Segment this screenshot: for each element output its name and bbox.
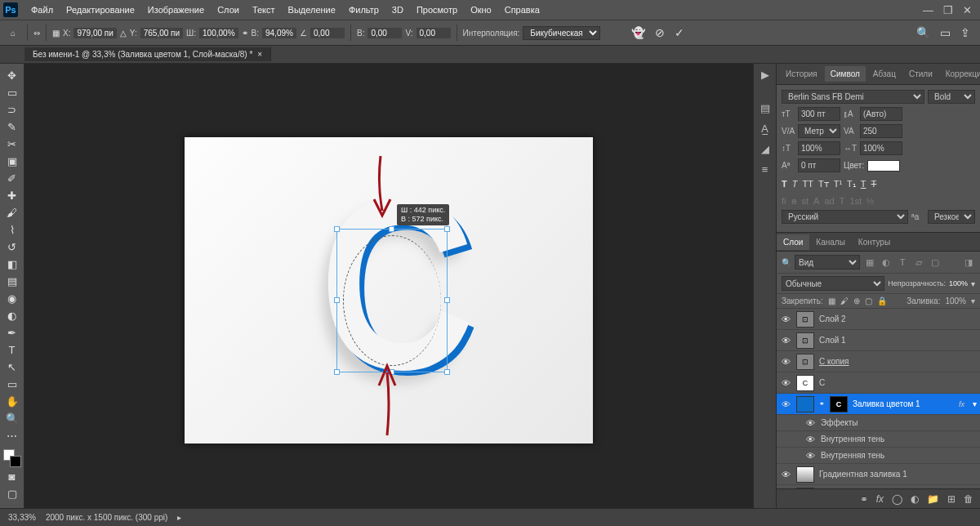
frame-icon[interactable]: ▭ [940,26,951,39]
tab-close-icon[interactable]: × [257,50,262,59]
menu-layers[interactable]: Слои [211,5,246,15]
canvas[interactable]: C C C Ш : 442 пикс. В : 572 пикс. [185,137,593,444]
layer-fill-thumb[interactable] [796,396,814,412]
glyphs-panel-icon[interactable]: A̲ [761,123,768,135]
link-layers-icon[interactable]: ⚭ [860,493,868,505]
healing-tool-icon[interactable]: ✚ [2,187,23,203]
baseline-input[interactable] [798,158,840,172]
transform-handle[interactable] [334,297,340,303]
blur-tool-icon[interactable]: ◉ [2,290,23,306]
skewh-value[interactable]: 0,00 [368,28,402,38]
hand-tool-icon[interactable]: ✋ [2,393,23,409]
lock-artboard-icon[interactable]: ▢ [865,296,872,305]
subscript-button[interactable]: T₁ [847,179,856,189]
layer-name[interactable]: С копия [819,357,977,366]
menu-3d[interactable]: 3D [385,5,410,15]
language-select[interactable]: Русский [782,210,908,224]
restore-icon[interactable]: ❐ [943,4,953,16]
visibility-icon[interactable]: 👁 [804,435,816,444]
zoom-tool-icon[interactable]: 🔍 [2,410,23,426]
angle-value[interactable]: 0,00 [310,28,345,38]
pen-tool-icon[interactable]: ✒ [2,324,23,341]
hscale-input[interactable] [860,141,902,155]
visibility-icon[interactable]: 👁 [780,336,791,345]
allcaps-button[interactable]: TT [802,179,813,189]
layer-thumb[interactable]: ⊡ [796,311,814,328]
expand-icon[interactable]: ▶ [761,69,769,81]
kerning-select[interactable]: Метрически [798,124,840,138]
transform-handle[interactable] [444,297,450,303]
filter-type-select[interactable]: Вид [795,255,860,270]
tracking-input[interactable] [860,124,902,138]
tab-channels[interactable]: Каналы [809,234,852,250]
eyedropper-tool-icon[interactable]: ✐ [2,170,23,186]
delete-layer-icon[interactable]: 🗑 [964,493,973,505]
effects-header[interactable]: 👁 Эффекты [777,415,980,431]
mask-icon[interactable]: ◯ [892,493,902,505]
delta-icon[interactable]: △ [120,29,127,38]
tab-paragraph[interactable]: Абзац [867,66,902,82]
filter-type-icon[interactable]: T [896,257,909,267]
menu-window[interactable]: Окно [464,5,498,15]
canvas-area[interactable]: C C C Ш : 442 пикс. В : 572 пикс. [24,64,753,508]
menu-text[interactable]: Текст [246,5,282,15]
tab-layers[interactable]: Слои [777,234,809,250]
brushes-panel-icon[interactable]: ◢ [761,143,769,155]
document-tab[interactable]: Без имени-1 @ 33,3% (Заливка цветом 1, С… [24,47,271,61]
layer-row[interactable]: 👁 C С [777,372,980,394]
layer-name[interactable]: С [819,378,977,387]
filter-toggle-icon[interactable]: ◨ [962,257,975,268]
skewv-value[interactable]: 0,00 [416,28,451,38]
superscript-button[interactable]: T¹ [834,179,842,189]
layer-row[interactable]: 👁 ⚭ C Заливка цветом 1 fx▾ [777,394,980,415]
visibility-icon[interactable]: 👁 [804,451,816,461]
layer-mask-thumb[interactable]: C [830,396,848,412]
background-swatch[interactable] [10,456,21,467]
screen-mode-icon[interactable]: ▢ [2,485,23,501]
filter-smart-icon[interactable]: ▢ [929,257,942,268]
tab-paths[interactable]: Контуры [852,234,897,250]
menu-view[interactable]: Просмотр [410,5,464,15]
font-size-input[interactable] [798,107,840,121]
tab-history[interactable]: История [780,66,823,82]
lasso-tool-icon[interactable]: ⊃ [2,101,23,118]
visibility-icon[interactable]: 👁 [804,418,816,428]
transform-icon[interactable]: ⇔ [33,29,40,38]
frame-tool-icon[interactable]: ▣ [2,153,23,169]
eraser-tool-icon[interactable]: ◧ [2,256,23,272]
tab-character[interactable]: Символ [825,66,866,82]
layer-name[interactable]: Слой 1 [819,336,977,345]
antialias-select[interactable]: Резкое [928,210,975,224]
filter-shape-icon[interactable]: ▱ [912,257,925,268]
cancel-transform-icon[interactable]: ⊘ [655,26,665,39]
layer-thumb[interactable]: ⊡ [796,332,814,349]
menu-select[interactable]: Выделение [282,5,342,15]
new-layer-icon[interactable]: ⊞ [947,493,956,505]
tab-adjustments[interactable]: Коррекция [940,66,980,82]
filter-adjust-icon[interactable]: ◐ [880,257,893,268]
share-icon[interactable]: ⇪ [960,26,970,39]
lock-paint-icon[interactable]: 🖌 [840,296,849,305]
minimize-icon[interactable]: — [923,4,933,16]
edit-toolbar-icon[interactable]: ⋯ [2,427,23,444]
visibility-icon[interactable]: 👁 [780,357,791,367]
group-icon[interactable]: 📁 [927,493,939,505]
quick-select-tool-icon[interactable]: ✎ [2,118,23,135]
lock-trans-icon[interactable]: ▦ [828,296,835,305]
marquee-tool-icon[interactable]: ▭ [2,84,23,100]
ref-point-icon[interactable]: ▦ [52,29,60,38]
menu-image[interactable]: Изображение [141,5,211,15]
layer-row[interactable]: 👁 ⊡ С копия [777,351,980,372]
font-family-select[interactable]: Berlin Sans FB Demi [782,90,924,104]
strikethrough-button[interactable]: T [871,179,877,189]
quickmask-icon[interactable]: ◙ [2,468,23,484]
fx-badge[interactable]: fx [959,400,968,408]
menu-filter[interactable]: Фильтр [342,5,385,15]
stamp-tool-icon[interactable]: ⌇ [2,221,23,238]
effect-item[interactable]: 👁 Внутренняя тень [777,431,980,448]
h-value[interactable]: 94,09% [262,28,296,38]
italic-button[interactable]: T [792,179,798,189]
y-value[interactable]: 765,00 пи [140,28,183,38]
zoom-level[interactable]: 33,33% [8,513,36,522]
search-icon[interactable]: 🔍 [916,26,930,39]
